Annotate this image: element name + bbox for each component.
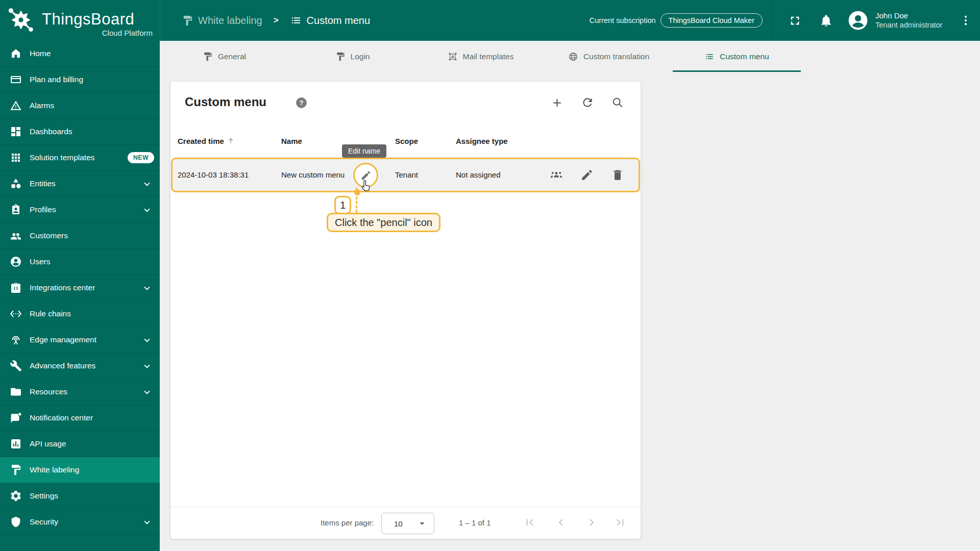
pagination-divider [170, 507, 641, 507]
sidebar-item-label: Security [30, 517, 58, 527]
sidebar-item-home[interactable]: Home [0, 41, 160, 67]
column-header-assignee-type[interactable]: Assignee type [456, 132, 508, 150]
list-menu-icon [704, 52, 715, 62]
sidebar-item-edge-management[interactable]: Edge management [0, 327, 160, 353]
scope-cell: Tenant [395, 159, 418, 191]
sidebar-item-entities[interactable]: Entities [0, 171, 160, 197]
app-logo[interactable]: ThingsBoard Cloud Platform [0, 0, 160, 41]
sidebar-item-label: Settings [30, 491, 58, 500]
tab-label: General [218, 52, 246, 61]
folder-icon [10, 386, 22, 398]
sidebar-item-label: Plan and billing [30, 75, 83, 84]
notifications-button[interactable] [819, 14, 833, 28]
tab-label: Login [351, 52, 370, 61]
sidebar-item-api-usage[interactable]: API usage [0, 431, 160, 457]
brand-subtitle: Cloud Platform [0, 29, 153, 37]
chevron-down-icon [142, 517, 152, 527]
home-icon [10, 47, 22, 60]
page-title: Custom menu [185, 95, 266, 109]
more-menu-button[interactable] [959, 14, 972, 27]
breadcrumb-white-labeling[interactable]: White labeling [182, 15, 262, 27]
sidebar-item-resources[interactable]: Resources [0, 379, 160, 405]
tab-mail-templates[interactable]: Mail templates [416, 41, 545, 72]
previous-page-button[interactable] [554, 516, 568, 529]
sidebar-item-settings[interactable]: Settings [0, 483, 160, 509]
sidebar-item-label: White labeling [30, 465, 79, 474]
sidebar-item-plan-and-billing[interactable]: Plan and billing [0, 67, 160, 93]
subscription-plan-button[interactable]: ThingsBoard Cloud Maker [660, 13, 763, 28]
fullscreen-button[interactable] [788, 14, 802, 28]
column-header-name[interactable]: Name [281, 132, 302, 150]
sidebar-item-security[interactable]: Security [0, 509, 160, 535]
table-row[interactable]: 2024-10-03 18:38:31New custom menuTenant… [171, 158, 640, 192]
build-icon [10, 360, 22, 372]
chevron-down-icon [142, 179, 152, 189]
more-vert-icon [959, 14, 972, 27]
tab-general[interactable]: General [160, 41, 288, 72]
integration-icon [10, 282, 22, 294]
sidebar-item-alarms[interactable]: Alarms [0, 93, 160, 119]
top-header: ThingsBoard Cloud Platform White labelin… [0, 0, 980, 41]
sidebar-item-dashboards[interactable]: Dashboards [0, 119, 160, 145]
sidebar-item-rule-chains[interactable]: Rule chains [0, 301, 160, 327]
manage-users-button[interactable] [550, 168, 563, 184]
user-role: Tenant administrator [875, 20, 936, 30]
refresh-button[interactable] [581, 96, 594, 109]
sidebar-item-customers[interactable]: Customers [0, 223, 160, 249]
search-button[interactable] [611, 96, 624, 109]
sidebar-item-label: Customers [30, 231, 68, 240]
page-size-select[interactable]: 10 [381, 513, 434, 534]
chevron-down-icon [142, 387, 152, 397]
custom-menu-panel: Custom menu ? Created timeNameScopeAssig… [170, 82, 641, 539]
help-icon[interactable]: ? [295, 96, 308, 109]
first-page-button[interactable] [523, 516, 536, 529]
sidebar-item-white-labeling[interactable]: White labeling [0, 457, 160, 483]
user-avatar[interactable] [847, 10, 869, 31]
chevron-down-icon [142, 205, 152, 215]
sidebar-item-profiles[interactable]: Profiles [0, 197, 160, 223]
tab-label: Custom menu [720, 52, 769, 61]
sidebar-item-notification-center[interactable]: Notification center [0, 405, 160, 431]
text-box-icon [448, 52, 458, 62]
tab-custom-translation[interactable]: Custom translation [545, 41, 673, 72]
column-header-scope[interactable]: Scope [395, 132, 418, 150]
assignee-type-cell: Not assigned [456, 159, 501, 191]
brand-name: ThingsBoard [42, 10, 134, 29]
chevron-down-icon [142, 283, 152, 293]
edit-row-button[interactable] [580, 168, 594, 184]
format-paint-icon [203, 52, 213, 62]
sidebar-item-label: Advanced features [30, 361, 95, 370]
next-page-button[interactable] [585, 516, 598, 529]
delete-row-button[interactable] [611, 168, 624, 184]
breadcrumb-parent-label: White labeling [198, 15, 262, 27]
annotation-instruction-label: Click the "pencil" icon [327, 213, 440, 232]
format-paint-icon [182, 15, 193, 27]
chevron-right-icon [585, 516, 598, 529]
credit-card-icon [10, 73, 22, 86]
sidebar-item-users[interactable]: Users [0, 249, 160, 275]
format-paint-icon [335, 52, 346, 62]
user-info[interactable]: John Doe Tenant administrator [875, 11, 936, 30]
tab-login[interactable]: Login [288, 41, 416, 72]
last-page-button[interactable] [614, 516, 627, 529]
subscription-label: Current subscription [590, 16, 656, 24]
bell-icon [819, 14, 833, 28]
annotation-step-badge: 1 [334, 196, 351, 214]
apps-grid-icon [10, 152, 22, 164]
mouse-cursor-icon [359, 180, 373, 197]
first-page-icon [523, 516, 536, 529]
add-custom-menu-button[interactable] [550, 96, 564, 110]
user-name: John Doe [875, 11, 936, 20]
ethernet-icon [10, 308, 22, 320]
people-icon [10, 230, 22, 242]
sidebar-item-solution-templates[interactable]: Solution templatesNEW [0, 145, 160, 171]
antenna-icon [10, 334, 22, 346]
header-right: Current subscription ThingsBoard Cloud M… [590, 0, 980, 41]
sidebar-item-integrations-center[interactable]: Integrations center [0, 275, 160, 301]
sidebar-item-label: Solution templates [30, 153, 95, 162]
globe-icon [568, 52, 578, 62]
sidebar-item-advanced-features[interactable]: Advanced features [0, 353, 160, 379]
column-header-created-time[interactable]: Created time [178, 132, 235, 150]
breadcrumb: White labeling > Custom menu [182, 0, 370, 41]
tab-custom-menu[interactable]: Custom menu [673, 41, 801, 72]
